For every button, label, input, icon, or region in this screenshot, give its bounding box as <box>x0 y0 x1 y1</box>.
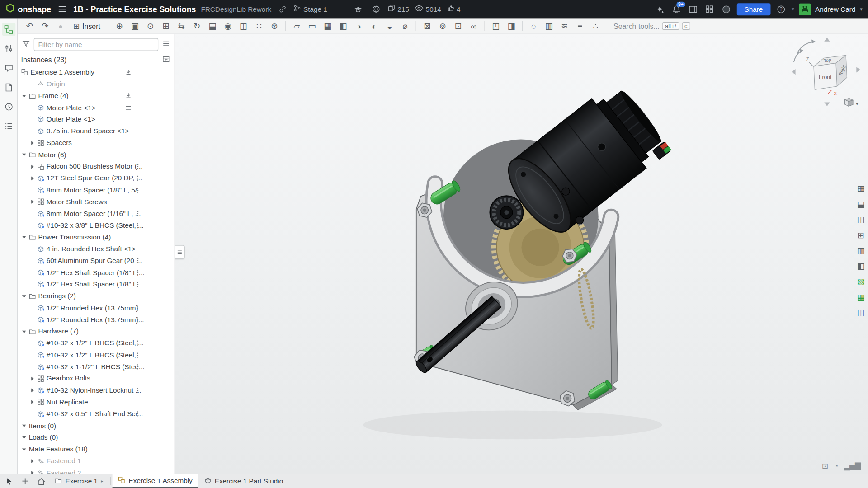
interference-check-icon[interactable]: ⊠ <box>420 19 434 33</box>
dots-icon[interactable] <box>135 281 142 288</box>
caret-right-icon[interactable] <box>28 459 36 464</box>
columns-panel-icon[interactable]: ◫ <box>855 306 867 318</box>
tree-item[interactable]: 1/2" Hex Shaft Spacer (1/8" L,... <box>18 267 175 278</box>
tables-panel-icon[interactable]: ▥ <box>855 244 867 256</box>
tree-item[interactable]: Nut Replicate <box>18 396 175 408</box>
tree-item[interactable]: Items (0) <box>18 420 175 432</box>
view-options-button[interactable]: ▾ <box>845 98 859 106</box>
hole-table-panel-icon[interactable]: ◫ <box>855 214 867 225</box>
undo-icon[interactable]: ↶ <box>22 19 37 33</box>
fix-icon[interactable] <box>125 69 132 76</box>
render-scene-icon[interactable]: ◨ <box>504 19 519 33</box>
pan-right-arrow-icon[interactable] <box>856 67 860 72</box>
tab-exercise1-assembly[interactable]: Exercise 1 Assembly <box>113 474 198 488</box>
bom-table-icon[interactable]: ▦ <box>320 19 335 33</box>
tree-item[interactable]: Fastened 2 <box>18 467 175 474</box>
add-tab-button[interactable] <box>17 474 33 488</box>
tree-item[interactable]: Spacers <box>18 137 175 149</box>
ai-assistant-icon[interactable] <box>654 3 666 15</box>
tab-manager-cursor-icon[interactable] <box>1 474 16 488</box>
education-icon[interactable] <box>352 3 364 15</box>
pan-left-arrow-icon[interactable] <box>792 69 796 75</box>
comments-panel-button[interactable] <box>2 61 15 75</box>
tree-item[interactable]: 60t Aluminum Spur Gear (20 ... <box>18 255 175 267</box>
caret-right-icon[interactable] <box>28 141 36 145</box>
replicate-icon[interactable]: ∷ <box>251 19 266 33</box>
main-menu-icon[interactable] <box>56 3 68 15</box>
sheet-metal-table-icon[interactable]: ▱ <box>289 19 304 33</box>
mate-icon[interactable]: ⊕ <box>112 19 127 33</box>
search-tools[interactable]: Search tools... alt+/ c <box>613 22 690 30</box>
copies-stat[interactable]: 215 <box>387 5 409 14</box>
tree-item[interactable]: 8mm Motor Spacer (1/16" L, ... <box>18 208 175 220</box>
design-data-panel-icon[interactable]: ▧ <box>855 276 867 287</box>
comment-tool-icon[interactable]: ◌ <box>526 19 541 33</box>
tab-folder-exercise1[interactable]: Exercise 1 ▸ <box>49 474 108 488</box>
tree-item[interactable]: #10-32 x 1/2" L BHCS (Steel, ... <box>18 349 175 361</box>
document-title[interactable]: 1B - Practice Exercise Solutions <box>73 5 196 14</box>
caret-down-icon[interactable] <box>20 447 28 452</box>
tree-item[interactable]: 12T Steel Spur Gear (20 DP, ... <box>18 173 175 184</box>
analysis-icon[interactable]: ≋ <box>557 19 572 33</box>
filter-input[interactable] <box>34 38 159 51</box>
rotate-ccw-icon[interactable] <box>799 49 803 53</box>
apps-grid-icon[interactable] <box>703 3 716 15</box>
public-icon[interactable] <box>370 3 382 15</box>
model-motor-pinion[interactable] <box>490 196 523 229</box>
custom-tables-icon[interactable]: ▥ <box>542 19 557 33</box>
dots-icon[interactable] <box>135 411 142 418</box>
user-menu-caret-icon[interactable]: ▾ <box>860 6 863 12</box>
mirror-icon[interactable]: ◫ <box>236 19 251 33</box>
caret-down-icon[interactable] <box>20 294 28 299</box>
share-button[interactable]: Share <box>736 3 770 15</box>
tree-item[interactable]: Loads (0) <box>18 432 175 443</box>
dots-icon[interactable] <box>135 305 142 311</box>
caret-right-icon[interactable] <box>28 400 36 405</box>
tree-item[interactable]: Falcon 500 Brushless Motor (... <box>18 161 175 173</box>
redo-icon[interactable]: ↷ <box>38 19 52 33</box>
versions-history-panel-button[interactable] <box>2 100 15 113</box>
section-view-icon[interactable]: ◒ <box>382 19 397 33</box>
notifications-bell-icon[interactable]: 9+ <box>670 3 682 15</box>
tab-exercise1-part-studio[interactable]: Exercise 1 Part Studio <box>198 474 288 488</box>
tree-item[interactable]: Exercise 1 Assembly <box>18 66 175 78</box>
tree-item[interactable]: 1/2" Rounded Hex (13.75mm)... <box>18 314 175 326</box>
bom-panel-icon[interactable]: ▦ <box>855 183 867 194</box>
tree-item[interactable]: Power Transmission (4) <box>18 231 175 243</box>
caret-down-icon[interactable] <box>20 152 28 157</box>
tree-item[interactable]: 8mm Motor Spacer (1/8" L, 5/... <box>18 184 175 196</box>
group-icon[interactable]: ▣ <box>127 19 142 33</box>
dots-icon[interactable] <box>135 163 142 170</box>
tree-item[interactable]: #10-32 x 1/2" L BHCS (Steel, ... <box>18 338 175 349</box>
snap-mode-icon[interactable]: ⊞ <box>159 19 174 33</box>
3d-viewport[interactable] <box>175 34 868 474</box>
tree-item[interactable]: 0.75 in. Round Spacer <1> <box>18 125 175 137</box>
tree-item[interactable]: #10-32 x 1-1/2" L BHCS (Stee... <box>18 361 175 373</box>
caret-right-icon[interactable] <box>28 176 36 181</box>
dots-icon[interactable] <box>135 211 142 217</box>
weldment-icon[interactable]: ⊡ <box>451 19 466 33</box>
linear-pattern-icon[interactable]: ▤ <box>205 19 220 33</box>
caret-right-icon[interactable] <box>28 388 36 393</box>
caret-right-icon[interactable] <box>28 199 36 204</box>
tree-item[interactable]: Mate Features (18) <box>18 443 175 455</box>
tree-item[interactable]: Motor (6) <box>18 149 175 160</box>
belt-tool-icon[interactable]: ∞ <box>466 19 481 33</box>
graphics-area[interactable]: Front Top Right Z X ▾ <box>175 34 868 474</box>
caret-down-icon[interactable] <box>20 423 28 428</box>
dots-icon[interactable] <box>135 340 142 347</box>
extensions-icon[interactable]: ∴ <box>588 19 603 33</box>
tree-panel-collapse-handle[interactable] <box>175 245 185 259</box>
configurations-panel-button[interactable] <box>2 42 15 55</box>
caret-right-icon[interactable] <box>28 376 36 381</box>
caret-down-icon[interactable] <box>20 329 28 334</box>
likes-stat[interactable]: 4 <box>447 5 461 14</box>
frame-tool-icon[interactable]: ▭ <box>305 19 320 33</box>
onshape-logo[interactable]: onshape <box>5 3 51 15</box>
cut-list-panel-icon[interactable]: ▤ <box>855 198 867 210</box>
explode-icon[interactable]: ⊛ <box>267 19 282 33</box>
appearance-icon[interactable]: ◐ <box>367 19 382 33</box>
tree-options-icon[interactable] <box>162 40 170 50</box>
dots-icon[interactable] <box>135 175 142 182</box>
named-positions-icon[interactable]: ◧ <box>335 19 350 33</box>
